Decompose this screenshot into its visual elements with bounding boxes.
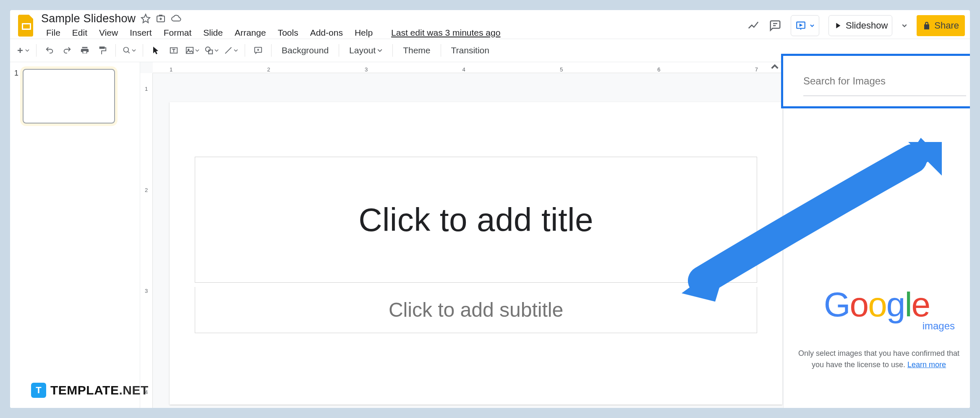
print-button[interactable]	[77, 42, 93, 58]
document-title[interactable]: Sample Slideshow	[41, 12, 136, 25]
shape-button[interactable]	[203, 42, 220, 58]
slide-canvas[interactable]: Click to add title Click to add subtitle	[170, 102, 782, 405]
separator	[339, 44, 339, 57]
layout-button[interactable]: Layout	[344, 42, 387, 58]
image-search-panel: Google images Only select images that yo…	[783, 62, 970, 408]
menu-addons[interactable]: Add-ons	[305, 26, 348, 39]
separator	[392, 44, 393, 57]
move-icon[interactable]	[156, 13, 166, 24]
watermark: T TEMPLATE.NET	[31, 383, 149, 398]
last-edit-link[interactable]: Last edit was 3 minutes ago	[386, 26, 505, 39]
menu-view[interactable]: View	[94, 26, 123, 39]
menu-insert[interactable]: Insert	[125, 26, 157, 39]
learn-more-link[interactable]: Learn more	[907, 360, 946, 369]
slides-logo[interactable]	[15, 14, 38, 37]
redo-button[interactable]	[59, 42, 75, 58]
slideshow-button[interactable]: Slideshow	[828, 15, 892, 36]
separator	[143, 44, 143, 57]
paint-format-button[interactable]	[94, 42, 110, 58]
menu-tools[interactable]: Tools	[273, 26, 303, 39]
select-tool[interactable]	[148, 42, 164, 58]
menu-help[interactable]: Help	[350, 26, 378, 39]
new-slide-button[interactable]	[14, 42, 31, 58]
line-button[interactable]	[222, 42, 240, 58]
background-button[interactable]: Background	[277, 42, 334, 58]
zoom-button[interactable]	[121, 42, 138, 58]
image-search-input[interactable]	[803, 75, 950, 87]
title-placeholder[interactable]: Click to add title	[195, 157, 757, 283]
comments-icon[interactable]	[769, 19, 781, 32]
undo-button[interactable]	[42, 42, 57, 58]
image-button[interactable]	[183, 42, 201, 58]
present-button[interactable]	[791, 15, 819, 36]
slide-thumbnails: 1	[10, 62, 140, 408]
menu-format[interactable]: Format	[159, 26, 197, 39]
menu-arrange[interactable]: Arrange	[230, 26, 271, 39]
canvas-area: 123456789 1234 Click to add title Click …	[140, 62, 970, 408]
svg-point-8	[206, 47, 210, 52]
watermark-icon: T	[31, 383, 46, 398]
separator	[245, 44, 245, 57]
subtitle-placeholder[interactable]: Click to add subtitle	[195, 287, 757, 333]
separator	[115, 44, 116, 57]
menu-file[interactable]: File	[41, 26, 65, 39]
thumb-number: 1	[14, 69, 18, 124]
textbox-button[interactable]	[166, 42, 182, 58]
slide-thumbnail-1[interactable]	[23, 69, 115, 124]
theme-button[interactable]: Theme	[398, 42, 435, 58]
menu-slide[interactable]: Slide	[198, 26, 228, 39]
menu-edit[interactable]: Edit	[67, 26, 92, 39]
separator	[271, 44, 272, 57]
google-images-logo: Google images	[784, 285, 970, 332]
search-highlight-box	[781, 54, 970, 108]
license-text: Only select images that you have confirm…	[796, 348, 962, 371]
svg-point-4	[124, 47, 129, 53]
svg-rect-1	[23, 24, 30, 29]
star-icon[interactable]	[141, 13, 151, 24]
cloud-icon[interactable]	[171, 13, 182, 24]
activity-icon[interactable]	[747, 19, 760, 32]
separator	[36, 44, 37, 57]
share-button[interactable]: Share	[917, 15, 965, 36]
slideshow-dropdown[interactable]	[902, 23, 907, 29]
separator	[441, 44, 441, 57]
transition-button[interactable]: Transition	[446, 42, 494, 58]
svg-rect-9	[209, 50, 212, 54]
svg-rect-6	[186, 47, 193, 54]
ruler-vertical: 1234	[140, 73, 153, 408]
comment-button[interactable]	[250, 42, 266, 58]
collapse-toolbar-icon[interactable]	[770, 62, 780, 72]
